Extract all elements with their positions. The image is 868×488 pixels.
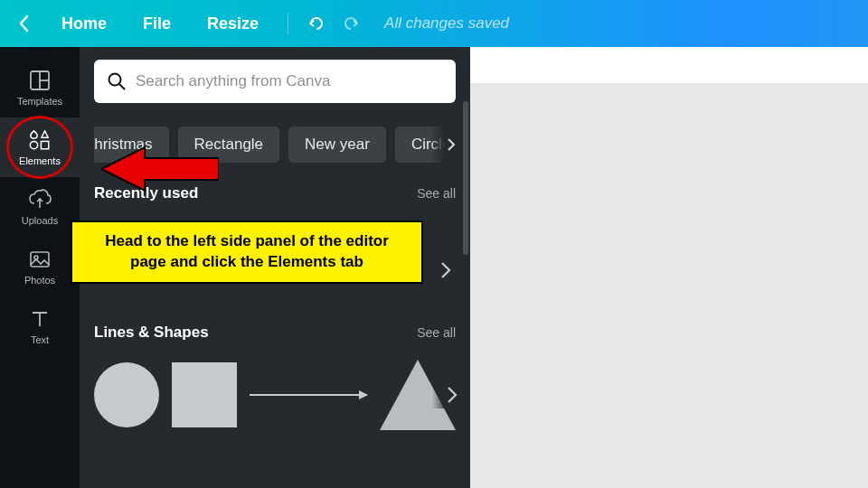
sidebar-tab-photos[interactable]: Photos — [0, 237, 80, 296]
sidebar-tab-label: Text — [31, 334, 49, 345]
svg-point-7 — [109, 74, 121, 86]
uploads-icon — [28, 188, 52, 211]
svg-rect-4 — [41, 141, 48, 148]
sidebar-tab-label: Photos — [24, 275, 55, 286]
elements-icon — [28, 128, 52, 152]
main-area: Templates Elements Uploads — [0, 47, 868, 488]
resize-menu[interactable]: Resize — [189, 14, 277, 33]
sidebar-tab-label: Templates — [17, 96, 62, 107]
shape-arrow-line[interactable] — [250, 394, 367, 396]
save-status: All changes saved — [384, 14, 509, 33]
sidebar-tab-uploads[interactable]: Uploads — [0, 177, 80, 237]
svg-line-8 — [119, 84, 125, 89]
shape-circle[interactable] — [94, 362, 159, 427]
chevron-left-icon — [18, 14, 31, 33]
svg-point-3 — [30, 141, 37, 148]
section-recently-used: Recently used See all — [94, 184, 456, 202]
top-toolbar: Home File Resize All changes saved — [0, 0, 868, 47]
text-icon — [28, 307, 52, 331]
templates-icon — [28, 69, 52, 92]
sidebar: Templates Elements Uploads — [0, 47, 80, 488]
chip-new-year[interactable]: New year — [288, 127, 386, 163]
redo-icon — [341, 14, 361, 33]
search-input[interactable] — [136, 72, 443, 90]
section-lines-shapes: Lines & Shapes See all — [94, 324, 456, 342]
back-button[interactable] — [14, 14, 34, 33]
elements-panel: Christmas Rectangle New year Circle Rece… — [80, 47, 470, 488]
chevron-right-icon — [447, 386, 458, 404]
chip-christmas[interactable]: Christmas — [94, 127, 169, 163]
instruction-callout: Head to the left side panel of the edito… — [71, 221, 423, 284]
divider — [288, 13, 288, 34]
undo-icon — [307, 14, 326, 33]
search-icon — [107, 71, 127, 91]
section-title: Lines & Shapes — [94, 324, 209, 342]
search-box[interactable] — [94, 60, 456, 103]
see-all-recently-used[interactable]: See all — [417, 186, 456, 201]
file-menu[interactable]: File — [125, 14, 189, 33]
home-link[interactable]: Home — [43, 14, 125, 33]
sidebar-tab-templates[interactable]: Templates — [0, 58, 80, 117]
lines-shapes-row — [94, 354, 456, 436]
section-title: Recently used — [94, 184, 198, 202]
recently-used-scroll-right[interactable] — [432, 257, 459, 284]
lines-shapes-scroll-right[interactable] — [432, 381, 459, 408]
suggestion-chips: Christmas Rectangle New year Circle — [94, 127, 456, 163]
chips-scroll-right[interactable] — [430, 127, 456, 163]
scrollbar-thumb[interactable] — [463, 101, 468, 255]
sidebar-tab-label: Uploads — [22, 215, 58, 226]
see-all-lines-shapes[interactable]: See all — [417, 325, 456, 340]
chip-rectangle[interactable]: Rectangle — [178, 127, 280, 163]
sidebar-tab-text[interactable]: Text — [0, 296, 80, 356]
photos-icon — [28, 248, 52, 271]
shape-square[interactable] — [172, 362, 237, 427]
svg-rect-5 — [31, 252, 49, 267]
canvas[interactable] — [470, 47, 868, 488]
chevron-right-icon — [447, 137, 456, 152]
redo-button[interactable] — [334, 6, 368, 41]
sidebar-tab-label: Elements — [19, 155, 61, 166]
sidebar-tab-elements[interactable]: Elements — [0, 117, 80, 177]
chevron-right-icon — [440, 261, 451, 279]
undo-button[interactable] — [299, 6, 334, 41]
